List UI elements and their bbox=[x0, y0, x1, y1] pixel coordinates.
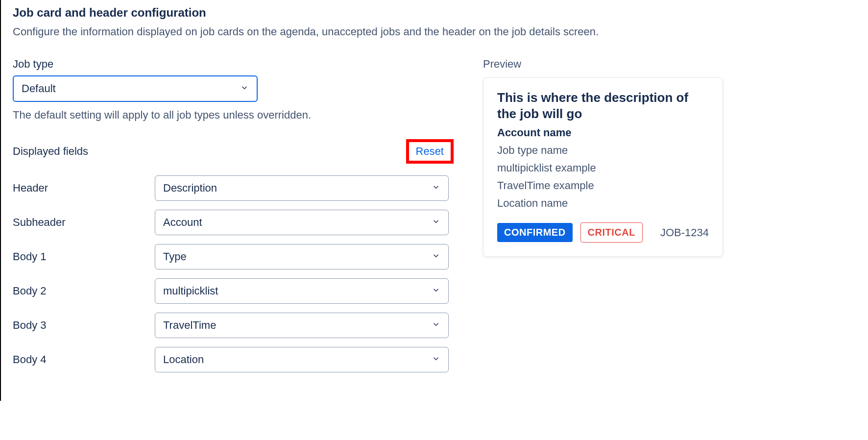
chevron-down-icon bbox=[432, 319, 440, 332]
reset-highlight: Reset bbox=[406, 139, 454, 164]
job-id: JOB-1234 bbox=[660, 226, 709, 239]
preview-description: This is where the description of the job… bbox=[497, 90, 709, 122]
select-value: multipicklist bbox=[163, 285, 218, 297]
preview-line: Location name bbox=[497, 197, 709, 210]
field-row-label: Body 4 bbox=[13, 353, 155, 366]
select-value: Description bbox=[163, 182, 217, 195]
chevron-down-icon bbox=[240, 82, 249, 95]
field-row-label: Header bbox=[13, 182, 155, 195]
reset-button[interactable]: Reset bbox=[416, 145, 444, 157]
page-subtitle: Configure the information displayed on j… bbox=[13, 25, 856, 38]
field-row-label: Body 2 bbox=[13, 285, 155, 297]
chevron-down-icon bbox=[432, 285, 440, 297]
field-row-label: Body 1 bbox=[13, 250, 155, 263]
body3-select[interactable]: TravelTime bbox=[155, 313, 449, 338]
page-title: Job card and header configuration bbox=[13, 6, 856, 20]
preview-column: Preview This is where the description of… bbox=[483, 58, 856, 257]
field-row-body2: Body 2 multipicklist bbox=[13, 278, 454, 304]
job-type-value: Default bbox=[22, 82, 56, 95]
header-select[interactable]: Description bbox=[155, 175, 449, 201]
preview-footer: CONFIRMED CRITICAL JOB-1234 bbox=[497, 222, 709, 243]
body1-select[interactable]: Type bbox=[155, 244, 449, 269]
select-value: TravelTime bbox=[163, 319, 216, 332]
field-row-label: Subheader bbox=[13, 216, 155, 229]
field-row-subheader: Subheader Account bbox=[13, 210, 454, 235]
preview-line: TravelTime example bbox=[497, 179, 709, 192]
preview-label: Preview bbox=[483, 58, 856, 71]
preview-line: multipicklist example bbox=[497, 162, 709, 174]
field-row-body1: Body 1 Type bbox=[13, 244, 454, 269]
body2-select[interactable]: multipicklist bbox=[155, 278, 449, 304]
chevron-down-icon bbox=[432, 182, 440, 195]
status-badge-confirmed: CONFIRMED bbox=[497, 223, 573, 242]
displayed-fields-label: Displayed fields bbox=[13, 145, 88, 158]
select-value: Account bbox=[163, 216, 202, 229]
chevron-down-icon bbox=[432, 353, 440, 366]
preview-line: Job type name bbox=[497, 144, 709, 157]
config-column: Job type Default The default setting wil… bbox=[13, 58, 454, 381]
job-type-label: Job type bbox=[13, 58, 454, 71]
job-type-select[interactable]: Default bbox=[13, 75, 258, 102]
field-row-body3: Body 3 TravelTime bbox=[13, 313, 454, 338]
field-row-label: Body 3 bbox=[13, 319, 155, 332]
preview-card: This is where the description of the job… bbox=[483, 77, 723, 257]
field-row-header: Header Description bbox=[13, 175, 454, 201]
body4-select[interactable]: Location bbox=[155, 347, 449, 372]
subheader-select[interactable]: Account bbox=[155, 210, 449, 235]
chevron-down-icon bbox=[432, 216, 440, 229]
status-badge-critical: CRITICAL bbox=[580, 222, 643, 243]
chevron-down-icon bbox=[432, 250, 440, 263]
preview-account: Account name bbox=[497, 126, 709, 139]
select-value: Location bbox=[163, 353, 204, 366]
select-value: Type bbox=[163, 250, 187, 263]
job-type-help: The default setting will apply to all jo… bbox=[13, 109, 454, 122]
field-row-body4: Body 4 Location bbox=[13, 347, 454, 372]
